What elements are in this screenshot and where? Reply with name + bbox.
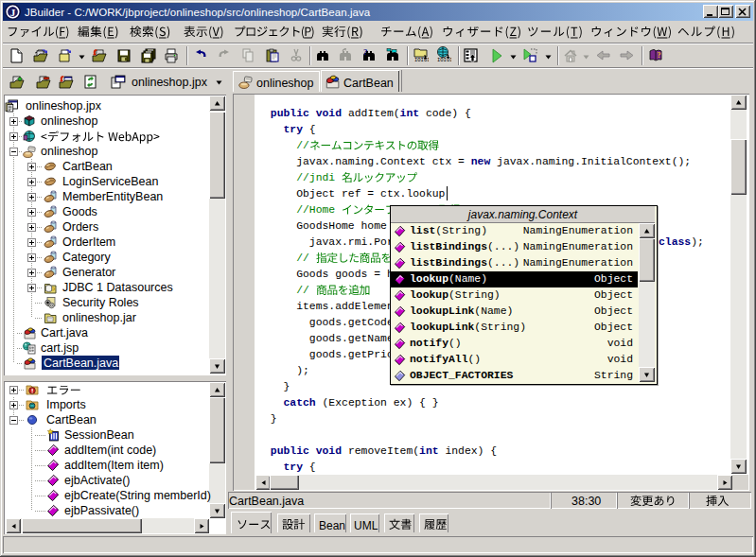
svg-text:IOIOI: IOIOI [414,57,429,61]
svg-text:J: J [10,7,16,18]
svg-text:?: ? [658,51,661,60]
svg-text:?: ? [363,48,368,57]
svg-text:IOIOI: IOIOI [437,57,451,61]
